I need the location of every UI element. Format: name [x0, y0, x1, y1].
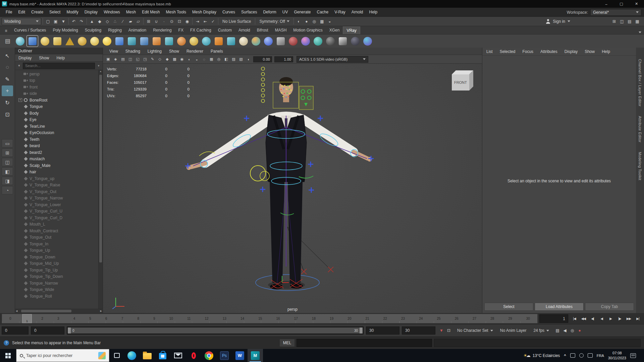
2d-pan-zoom-icon[interactable]: ◱ [134, 56, 141, 63]
snap-grid-icon[interactable]: ⊞ [145, 18, 152, 25]
taskbar-clock[interactable]: 07:08 30/11/2023 [608, 351, 626, 360]
textured-icon[interactable]: ▩ [171, 56, 178, 63]
shelf-tab[interactable]: Rigging [105, 26, 125, 34]
render-current-frame-icon[interactable]: ● [303, 18, 310, 25]
menu-item[interactable]: Mesh Tools [163, 8, 189, 17]
taskbar-word-icon[interactable]: W [232, 349, 248, 362]
outliner-search-input[interactable] [23, 63, 95, 69]
close-button[interactable]: ✕ [629, 0, 644, 8]
expand-icon[interactable] [18, 144, 22, 148]
shelf-item-poly-cube[interactable] [27, 36, 38, 47]
shelf-item-vray[interactable] [362, 36, 373, 47]
shaded-icon[interactable]: ◆ [164, 56, 171, 63]
isolate-select-icon[interactable]: ◧ [223, 56, 230, 63]
expand-icon[interactable] [18, 255, 22, 259]
viewport-menu-item[interactable]: Shading [122, 49, 144, 54]
expand-icon[interactable] [18, 92, 22, 96]
taskbar-opera-icon[interactable] [186, 349, 201, 362]
menu-item[interactable]: Mesh [123, 8, 139, 17]
copy-tab-button[interactable]: Copy Tab [585, 303, 634, 311]
open-scene-icon[interactable]: ▣ [52, 18, 59, 25]
expand-icon[interactable] [18, 281, 22, 285]
shelf-tab[interactable]: Curves / Surfaces [11, 26, 49, 34]
no-live-surface-field[interactable]: No Live Surface [220, 18, 254, 25]
shelf-tab[interactable]: Animation [125, 26, 150, 34]
expand-icon[interactable] [18, 196, 22, 200]
attribute-editor-menu-item[interactable]: Show [585, 49, 595, 54]
expand-icon[interactable] [18, 131, 22, 135]
shelf-tab[interactable]: Sculpting [82, 26, 105, 34]
multisample-icon[interactable]: ▦ [208, 56, 215, 63]
shelf-item-teal-cube[interactable] [163, 36, 174, 47]
new-scene-icon[interactable]: ▢ [44, 18, 52, 25]
two-pane-layout-icon[interactable]: ◫ [2, 158, 13, 166]
select-component-icon[interactable]: ◇ [104, 18, 111, 25]
expand-icon[interactable] [18, 262, 22, 265]
shelf-item-gray-pair[interactable] [275, 36, 286, 47]
filter-icon[interactable]: ▼ [17, 64, 21, 67]
outliner-toggle-icon[interactable]: ▤ [626, 18, 633, 25]
attribute-editor-menu-item[interactable]: Selected [500, 49, 516, 54]
animation-start-field[interactable]: 0 [2, 326, 29, 335]
outliner-item[interactable]: top [15, 77, 98, 84]
viewport-menu-item[interactable]: Renderer [183, 49, 207, 54]
move-tool-icon[interactable]: + [2, 85, 13, 96]
expand-icon[interactable] [18, 268, 22, 272]
select-hierarchy-icon[interactable]: ▲ [88, 18, 96, 25]
layout-toggle-icon[interactable]: ◫ [618, 18, 626, 25]
view-cube[interactable]: FRONT [449, 68, 475, 95]
taskbar-chrome-icon[interactable] [201, 349, 217, 362]
attribute-editor-menu-item[interactable]: Display [565, 49, 578, 54]
shelf-tab[interactable]: Poly Modeling [49, 26, 81, 34]
start-button[interactable] [0, 349, 16, 362]
tray-security-icon[interactable] [579, 353, 584, 358]
shelf-overflow-icon[interactable] [639, 32, 641, 33]
expand-icon[interactable] [18, 150, 22, 154]
outliner-item[interactable]: Eye [15, 117, 98, 123]
menu-item[interactable]: Display [82, 8, 101, 17]
shelf-tab[interactable]: Motion Graphics [290, 26, 326, 34]
menu-item[interactable]: Create [28, 8, 46, 17]
symmetry-dropdown[interactable]: Symmetry: Off [257, 18, 292, 25]
outliner-item[interactable]: beard [15, 143, 98, 149]
tray-display-icon[interactable] [570, 353, 575, 358]
shelf-item-maroon-ball[interactable] [287, 36, 299, 47]
menu-item[interactable]: Cache [314, 8, 331, 17]
shelf-item-teal-tool[interactable] [201, 36, 212, 47]
shelf-tab[interactable]: FX [175, 26, 187, 34]
shelf-tab[interactable]: VRay [343, 26, 360, 34]
grid-display-icon[interactable]: ⊞ [610, 18, 618, 25]
expand-icon[interactable] [18, 288, 22, 292]
rotate-tool-icon[interactable]: ↻ [2, 97, 13, 108]
shelf-tab[interactable]: XGen [326, 26, 343, 34]
exposure-field[interactable]: 0.00 [253, 56, 272, 62]
range-end-handle[interactable] [360, 327, 363, 334]
launch-render-setup-icon[interactable]: ◒ [326, 18, 333, 25]
expand-icon[interactable] [18, 209, 22, 213]
range-slider-inner[interactable]: 0 30 [68, 327, 363, 334]
select-mask-hulls-icon[interactable]: ▱ [135, 18, 142, 25]
go-to-end-button[interactable]: ▶| [633, 314, 642, 323]
step-back-frame-button[interactable]: ◀◀ [579, 314, 588, 323]
step-forward-key-button[interactable]: |▶ [615, 314, 624, 323]
select-mask-faces-icon[interactable]: ▰ [127, 18, 134, 25]
taskbar-explorer-icon[interactable] [140, 349, 155, 362]
range-slider[interactable]: 0 30 [67, 326, 364, 335]
camera-select-icon[interactable]: ▣ [105, 56, 112, 63]
outliner-vertical-scrollbar[interactable]: ▲ [98, 70, 103, 309]
fps-dropdown[interactable]: 24 fps [531, 326, 551, 335]
play-backwards-button[interactable]: ◀ [597, 314, 606, 323]
menu-item[interactable]: UV [279, 8, 291, 17]
anim-layer-dropdown[interactable]: No Anim Layer [498, 326, 529, 335]
menu-set-dropdown[interactable]: Modeling [2, 18, 41, 25]
save-scene-icon[interactable]: ▼ [60, 18, 67, 25]
outliner-item[interactable]: beard2 [15, 149, 98, 156]
expand-icon[interactable] [18, 137, 22, 141]
outliner-item[interactable]: mustach [15, 156, 98, 163]
scrollbar-thumb[interactable] [99, 75, 102, 262]
output-connections-icon[interactable]: ⇤ [202, 18, 209, 25]
bookmark-icon[interactable]: ▼ [438, 327, 445, 334]
attribute-editor-menu-item[interactable]: Attributes [540, 49, 557, 54]
taskbar-mail-icon[interactable] [170, 349, 186, 362]
outliner-horizontal-scrollbar[interactable]: ◀▶ [15, 309, 103, 313]
